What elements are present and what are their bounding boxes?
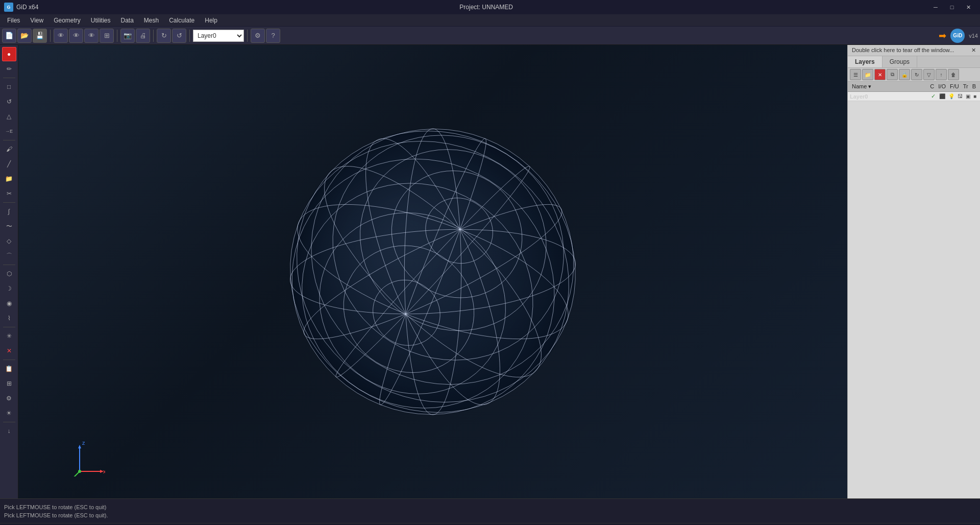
grab-tool[interactable]: ☽	[2, 281, 16, 296]
layer-b-icon: ■	[973, 93, 976, 99]
col-tr: Tr	[961, 83, 970, 90]
window-controls: ─ □ ✕	[928, 2, 976, 12]
layer-name: Layer0	[850, 93, 929, 100]
diamond-tool[interactable]: ◇	[2, 234, 16, 248]
view-front-button[interactable]: 👁	[69, 29, 83, 43]
asterisk-tool[interactable]: ✳	[2, 329, 16, 343]
toolbar-sep-1	[50, 30, 51, 42]
panel-close-button[interactable]: ✕	[971, 47, 976, 54]
curve-tool[interactable]: ∫	[2, 204, 16, 219]
delete-tool[interactable]: ✕	[2, 344, 16, 358]
panel-header-text: Double click here to tear off the window…	[852, 47, 954, 53]
col-c: C	[928, 83, 936, 90]
viewport[interactable]: z x y	[18, 45, 847, 498]
axis-indicator: z x y	[64, 436, 105, 478]
svg-point-9	[78, 470, 81, 473]
sphere-tool[interactable]: ◉	[2, 296, 16, 311]
line-tool[interactable]: ╱	[2, 157, 16, 171]
delete-layer-button[interactable]: ✕	[874, 69, 886, 80]
refresh-layer-button[interactable]: ↻	[911, 69, 922, 80]
toolbar-sep-5	[247, 30, 248, 42]
svg-line-4	[69, 471, 80, 476]
triangle-tool[interactable]: △	[2, 109, 16, 124]
version-label: v14	[969, 33, 978, 39]
folder-tool[interactable]: 📁	[2, 172, 16, 186]
tab-layers[interactable]: Layers	[848, 56, 883, 67]
layers-toolbar: ☰ 📁 ✕ ⧉ 🔒 ↻ ▽ ↑ 🗑	[848, 68, 980, 82]
menu-item-files[interactable]: Files	[2, 16, 25, 25]
command-line-1: Pick LEFTMOUSE to rotate (ESC to quit)	[4, 503, 976, 511]
arrow-down-tool[interactable]: ↓	[2, 424, 16, 438]
layer-fu-icon: 🖫	[958, 93, 963, 99]
gid-logo: GiD	[950, 29, 965, 43]
add-layer-button[interactable]: ☰	[850, 69, 861, 80]
maximize-button[interactable]: □	[944, 2, 960, 12]
rectangle-tool[interactable]: □	[2, 80, 16, 94]
titlebar: G GiD x64 Project: UNNAMED ─ □ ✕	[0, 0, 980, 14]
lt-sep-3	[3, 202, 15, 203]
toolbar-sep-2	[117, 30, 117, 42]
gear-left-tool[interactable]: ⚙	[2, 391, 16, 405]
minimize-button[interactable]: ─	[928, 2, 943, 12]
filter-layer-button[interactable]: ▽	[923, 69, 935, 80]
view-normal-button[interactable]: 👁	[54, 29, 68, 43]
layer-tr-icon: ▣	[966, 93, 970, 99]
layer-select[interactable]: Layer0	[193, 30, 244, 42]
settings-button[interactable]: ⚙	[251, 29, 265, 43]
wave-tool[interactable]: 〜	[2, 219, 16, 233]
rotate-cw-button[interactable]: ↻	[157, 29, 171, 43]
rotate-tool[interactable]: ↺	[2, 94, 16, 109]
lt-sep-6	[3, 360, 15, 360]
pointer-e-tool[interactable]: →E	[2, 124, 16, 138]
menu-item-calculate[interactable]: Calculate	[164, 16, 200, 25]
left-toolbar: ● ✏ □ ↺ △ →E 🖌 ╱ 📁 ✂ ∫ 〜 ◇ ⌒ ⬡ ☽ ◉ ⌇ ✳ ✕…	[0, 45, 18, 498]
lt-sep-1	[3, 78, 15, 78]
help-button[interactable]: ?	[266, 29, 280, 43]
right-panel: Double click here to tear off the window…	[847, 45, 980, 498]
spline-tool[interactable]: ⌒	[2, 249, 16, 263]
box3d-tool[interactable]: ⬡	[2, 267, 16, 281]
menu-item-geometry[interactable]: Geometry	[48, 16, 86, 25]
lt-sep-5	[3, 327, 15, 327]
sun-tool[interactable]: ☀	[2, 406, 16, 420]
tab-groups[interactable]: Groups	[883, 56, 917, 67]
view-side-button[interactable]: 👁	[84, 29, 99, 43]
up-layer-button[interactable]: ↑	[936, 69, 947, 80]
right-panel-header: Double click here to tear off the window…	[848, 45, 980, 56]
rotate-ccw-button[interactable]: ↺	[172, 29, 186, 43]
command-line-2: Pick LEFTMOUSE to rotate (ESC to quit).	[4, 511, 976, 519]
col-fu: F/U	[948, 83, 961, 90]
doc-tool[interactable]: 📋	[2, 362, 16, 376]
save-button[interactable]: 💾	[33, 29, 47, 43]
menu-item-mesh[interactable]: Mesh	[139, 16, 164, 25]
fit-button[interactable]: ⊞	[100, 29, 114, 43]
magnet-tool[interactable]: ⌇	[2, 311, 16, 325]
col-io: I/O	[936, 83, 948, 90]
trash-layer-button[interactable]: 🗑	[948, 69, 959, 80]
svg-text:z: z	[82, 440, 85, 446]
title: Project: UNNAMED	[44, 4, 928, 11]
cut-tool[interactable]: ✂	[2, 186, 16, 201]
open-button[interactable]: 📂	[17, 29, 32, 43]
close-button[interactable]: ✕	[961, 2, 976, 12]
lock-layer-button[interactable]: 🔒	[899, 69, 910, 80]
new-button[interactable]: 📄	[2, 29, 16, 43]
capture-button[interactable]: 📷	[120, 29, 135, 43]
pencil-tool[interactable]: ✏	[2, 62, 16, 76]
layer-row[interactable]: Layer0 ✓ ⬛ 💡 🖫 ▣ ■	[848, 92, 980, 101]
copy-layer-button[interactable]: ⧉	[887, 69, 898, 80]
menu-item-utilities[interactable]: Utilities	[86, 16, 116, 25]
command-input-row: Command: ⚡	[0, 523, 980, 525]
layers-table-header: Name ▾ C I/O F/U Tr B	[848, 82, 980, 92]
select-tool[interactable]: ●	[2, 47, 16, 61]
col-name: Name ▾	[850, 83, 928, 90]
menu-item-data[interactable]: Data	[116, 16, 139, 25]
menu-item-help[interactable]: Help	[200, 16, 223, 25]
axis-svg: z x y	[64, 436, 105, 476]
grid-tool[interactable]: ⊞	[2, 376, 16, 391]
print-button[interactable]: 🖨	[136, 29, 150, 43]
main-area: ● ✏ □ ↺ △ →E 🖌 ╱ 📁 ✂ ∫ 〜 ◇ ⌒ ⬡ ☽ ◉ ⌇ ✳ ✕…	[0, 45, 980, 498]
paint-tool[interactable]: 🖌	[2, 142, 16, 156]
folder-layer-button[interactable]: 📁	[862, 69, 873, 80]
menu-item-view[interactable]: View	[25, 16, 48, 25]
